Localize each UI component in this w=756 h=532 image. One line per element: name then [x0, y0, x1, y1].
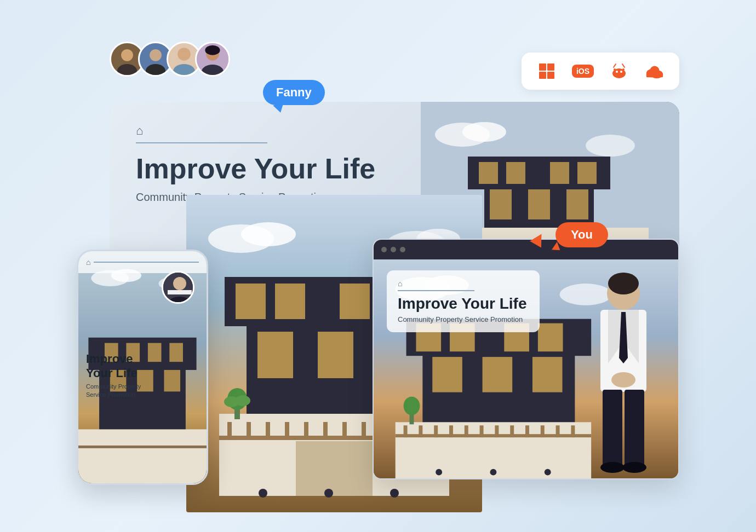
svg-point-110	[235, 395, 250, 406]
svg-rect-27	[646, 73, 663, 78]
fanny-bubble-text: Fanny	[276, 85, 312, 99]
phone-avatar	[162, 271, 194, 304]
svg-point-140	[545, 469, 551, 476]
svg-point-12	[205, 45, 220, 55]
phone-title-area: Improve Your Life Community Property Ser…	[86, 352, 141, 398]
svg-rect-127	[419, 425, 422, 437]
svg-rect-121	[432, 357, 462, 392]
svg-rect-39	[528, 189, 550, 219]
svg-rect-69	[78, 429, 207, 483]
svg-point-21	[620, 71, 622, 73]
svg-rect-103	[296, 441, 373, 496]
android-icon	[609, 61, 629, 81]
main-card-house-icon: ⌂	[136, 124, 394, 138]
svg-rect-135	[541, 425, 545, 437]
windows-icon	[537, 61, 557, 81]
svg-point-106	[390, 489, 399, 498]
svg-rect-96	[323, 422, 328, 440]
svg-rect-92	[247, 422, 251, 440]
svg-point-104	[259, 489, 267, 498]
phone-title: Improve Your Life	[86, 352, 141, 381]
svg-rect-120	[538, 323, 563, 352]
browser-chrome	[374, 240, 678, 259]
person-figure	[569, 270, 678, 478]
svg-rect-91	[227, 422, 232, 440]
svg-rect-73	[168, 290, 192, 294]
svg-rect-87	[318, 332, 353, 378]
svg-rect-86	[257, 332, 293, 378]
svg-point-7	[177, 48, 191, 61]
svg-rect-16	[547, 72, 554, 79]
main-card-divider	[136, 142, 267, 143]
svg-rect-95	[304, 422, 308, 440]
svg-rect-65	[169, 343, 183, 362]
ios-icon: iOS	[572, 65, 594, 78]
svg-point-1	[121, 49, 133, 61]
svg-rect-93	[266, 422, 270, 440]
svg-rect-37	[577, 162, 597, 184]
svg-rect-132	[495, 425, 499, 437]
svg-point-4	[150, 49, 162, 61]
svg-point-153	[622, 462, 646, 473]
svg-rect-40	[566, 189, 588, 219]
svg-rect-129	[449, 425, 453, 437]
svg-line-22	[614, 64, 616, 67]
svg-rect-94	[285, 422, 289, 440]
svg-rect-134	[525, 425, 529, 437]
main-card-title: Improve Your Life	[136, 153, 394, 184]
svg-line-23	[622, 64, 625, 67]
svg-rect-123	[532, 357, 563, 392]
main-scene: iOS Fanny	[77, 42, 679, 490]
svg-rect-14	[547, 63, 554, 71]
svg-rect-125	[396, 434, 591, 437]
svg-rect-64	[148, 343, 162, 362]
svg-rect-122	[483, 357, 513, 392]
svg-rect-38	[490, 189, 512, 219]
svg-rect-15	[539, 72, 546, 79]
svg-rect-34	[479, 162, 498, 184]
svg-rect-130	[465, 425, 468, 437]
svg-rect-150	[603, 390, 622, 466]
svg-point-138	[436, 469, 442, 476]
svg-rect-83	[275, 284, 305, 319]
svg-point-105	[324, 489, 333, 498]
svg-rect-82	[236, 284, 266, 319]
svg-point-72	[173, 277, 186, 290]
browser-dot-3	[400, 247, 405, 252]
browser-subtitle: Community Property Service Promotion	[398, 315, 529, 323]
svg-rect-84	[340, 284, 370, 319]
svg-point-152	[600, 462, 625, 473]
desktop-mockup: ⌂ Improve Your Life Community Property S…	[373, 239, 679, 479]
fanny-bubble: Fanny	[263, 80, 325, 105]
svg-rect-70	[78, 446, 207, 448]
cloud-icon	[644, 61, 664, 81]
svg-point-149	[611, 372, 635, 388]
platform-bar: iOS	[522, 53, 679, 90]
svg-point-77	[241, 222, 296, 246]
phone-mockup: ⌂ Improve Your Life Communi	[77, 250, 208, 485]
avatar-4	[195, 42, 230, 77]
svg-rect-126	[404, 425, 408, 437]
svg-point-20	[616, 71, 618, 73]
browser-title: Improve Your Life	[398, 296, 529, 313]
svg-point-144	[608, 273, 639, 294]
svg-rect-128	[434, 425, 438, 437]
svg-point-31	[586, 135, 635, 157]
browser-dot-2	[391, 247, 396, 252]
phone-house-icon: ⌂	[86, 258, 90, 267]
browser-card-header: ⌂ Improve Your Life Community Property S…	[387, 270, 540, 332]
svg-rect-131	[480, 425, 484, 437]
phone-subtitle: Community Property Service Promotion	[86, 383, 141, 398]
browser-divider	[398, 290, 474, 291]
svg-rect-136	[556, 425, 560, 437]
svg-rect-19	[612, 68, 626, 78]
svg-rect-35	[506, 162, 525, 184]
browser-house-icon: ⌂	[398, 279, 529, 288]
browser-dot-1	[381, 247, 387, 252]
svg-point-30	[462, 122, 506, 142]
svg-rect-97	[342, 422, 347, 440]
svg-point-139	[490, 469, 496, 476]
svg-rect-98	[362, 422, 366, 440]
svg-rect-68	[164, 370, 180, 391]
svg-rect-13	[539, 63, 546, 71]
